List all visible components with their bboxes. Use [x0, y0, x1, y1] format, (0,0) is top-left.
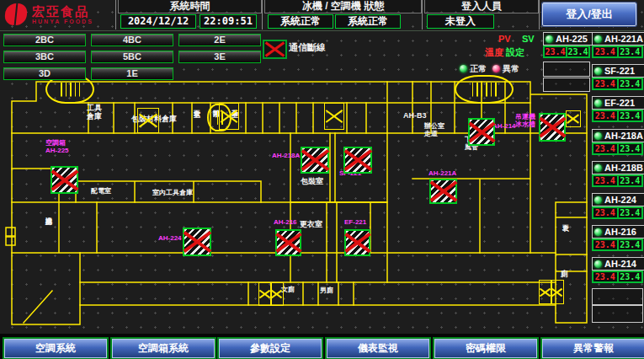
- unit-name-label: AH-224: [604, 195, 636, 205]
- status-led-normal: [594, 196, 602, 204]
- header-divider: [115, 0, 116, 29]
- zone-button-2e[interactable]: 2E: [178, 34, 261, 46]
- unit-name-label: AH-214: [604, 259, 636, 269]
- machine-status-label: 冰機 / 空調機 狀態: [264, 0, 422, 13]
- status-led-normal: [594, 67, 602, 75]
- unit-sf-221[interactable]: SF-221: [592, 64, 644, 78]
- equipment-label: AH-214: [492, 123, 516, 131]
- system-date-value: 2024/12/12: [120, 14, 196, 29]
- unit-ef-221[interactable]: EF-221: [592, 96, 644, 110]
- footer-button-3[interactable]: 參數設定: [219, 339, 322, 358]
- unit-values-ah-221a: 23.423.4: [592, 46, 643, 58]
- unit-ah-225[interactable]: AH-225: [543, 32, 593, 46]
- footer-button-6[interactable]: 異常警報: [542, 339, 644, 358]
- sv-value: 23.4: [618, 175, 643, 186]
- footer-button-2[interactable]: 空調箱系統: [112, 339, 215, 358]
- unit-name-label: AH-218A: [604, 131, 643, 141]
- pv-value: 23.4: [593, 239, 618, 250]
- zone-button-3e[interactable]: 3E: [178, 51, 261, 63]
- setpoint-label: 設定: [506, 47, 524, 57]
- login-logout-button[interactable]: 登入/登出: [542, 3, 636, 26]
- comm-fail-legend-icon: [263, 40, 287, 59]
- zone-button-1e[interactable]: 1E: [91, 67, 173, 80]
- zone-button-2bc[interactable]: 2BC: [3, 34, 86, 46]
- scada-screen: 宏亞食品 HUNYA FOODS 系統時間 2024/12/12 22:09:5…: [0, 0, 644, 359]
- header-divider: [539, 0, 540, 29]
- empty-slot: [592, 288, 643, 305]
- pv-value: 23.4: [593, 78, 618, 89]
- room-label: 男廁: [320, 287, 333, 295]
- unit-values-sf-221: 23.423.4: [592, 78, 643, 90]
- normal-legend-label: 正常: [470, 64, 487, 73]
- unit-name-label: AH-216: [604, 227, 636, 237]
- comm-fail-icon: [183, 228, 211, 256]
- temp-label: 溫度: [485, 47, 503, 57]
- comm-fail-icon: [344, 229, 370, 256]
- sv-value: 23.4: [618, 110, 643, 121]
- unit-values-ah-224: 23.423.4: [592, 206, 643, 219]
- unit-ah-218b[interactable]: AH-218B: [592, 161, 644, 174]
- unit-name-label: AH-218B: [604, 163, 643, 173]
- footer-button-5[interactable]: 密碼權限: [434, 339, 537, 358]
- empty-slot: [543, 78, 590, 92]
- login-user-label: 登入人員: [424, 0, 539, 13]
- shaft-x-icon: [270, 282, 284, 306]
- pv-value: 23.4: [593, 110, 618, 121]
- pv-label: PV: [498, 34, 511, 44]
- unit-name-label: SF-221: [604, 66, 635, 76]
- sv-value: 23.4: [618, 78, 643, 89]
- comm-fail-icon: [301, 147, 329, 174]
- unit-ah-224[interactable]: AH-224: [592, 193, 644, 206]
- unit-ah-214[interactable]: AH-214: [592, 257, 644, 271]
- comm-fail-legend-label: 通信斷線: [289, 42, 326, 52]
- zone-button-5bc[interactable]: 5BC: [91, 51, 173, 63]
- status-led-normal: [594, 99, 602, 107]
- comm-fail-icon: [429, 179, 457, 204]
- abnormal-led-icon: [492, 65, 500, 72]
- pv-value: 23.4: [593, 207, 618, 218]
- footer-button-1[interactable]: 空調系統: [4, 339, 107, 358]
- room-label: 辦公室 走道: [424, 123, 444, 138]
- unit-name-label: AH-225: [556, 34, 588, 44]
- room-label: 工具 倉庫: [87, 104, 102, 121]
- system-time-label: 系統時間: [118, 0, 262, 13]
- sv-label: SV: [522, 34, 535, 44]
- unit-values-ef-221: 23.423.4: [592, 110, 643, 122]
- unit-name-label: EF-221: [604, 98, 635, 108]
- unit-ah-218a[interactable]: AH-218A: [592, 129, 644, 142]
- shaft-x-icon: [324, 103, 344, 130]
- yellow-x-icon: [551, 281, 563, 303]
- zone-button-3bc[interactable]: 3BC: [3, 51, 86, 63]
- room-label: 配電室: [91, 188, 111, 196]
- unit-ah-221a[interactable]: AH-221A: [592, 32, 644, 46]
- zone-button-4bc[interactable]: 4BC: [91, 34, 173, 46]
- sv-value: 23.4: [618, 143, 643, 154]
- stairs-icon: [207, 104, 232, 131]
- logo: 宏亞食品 HUNYA FOODS: [3, 2, 93, 27]
- zone-button-3d[interactable]: 3D: [3, 67, 86, 80]
- equipment-label: EF-221: [344, 219, 366, 227]
- ahu-status-value: 系統正常: [335, 14, 401, 29]
- red-x-icon: [538, 112, 567, 142]
- comm-fail-icon: [468, 118, 495, 146]
- red-x-icon: [274, 228, 302, 257]
- red-x-icon: [182, 227, 212, 257]
- red-x-icon: [428, 178, 458, 205]
- empty-slot: [543, 62, 590, 77]
- unit-values-ah-218a: 23.423.4: [592, 142, 643, 155]
- unit-ah-216[interactable]: AH-216: [592, 225, 644, 238]
- comm-fail-icon: [343, 147, 372, 174]
- status-led-normal: [594, 228, 602, 236]
- logo-title: 宏亞食品: [32, 5, 93, 19]
- red-x-icon: [343, 146, 373, 174]
- yellow-x-icon: [567, 111, 580, 126]
- empty-slot: [592, 305, 643, 323]
- shaft-x-icon: [137, 108, 159, 133]
- status-led-normal: [594, 260, 602, 268]
- comm-fail-icon: [51, 166, 78, 194]
- equipment-label: AH-224: [158, 235, 182, 243]
- footer-button-4[interactable]: 儀表監視: [327, 339, 429, 358]
- yellow-x-icon: [259, 283, 271, 305]
- pv-value: 23.4: [544, 46, 567, 57]
- equipment-label: AH-216: [274, 219, 297, 227]
